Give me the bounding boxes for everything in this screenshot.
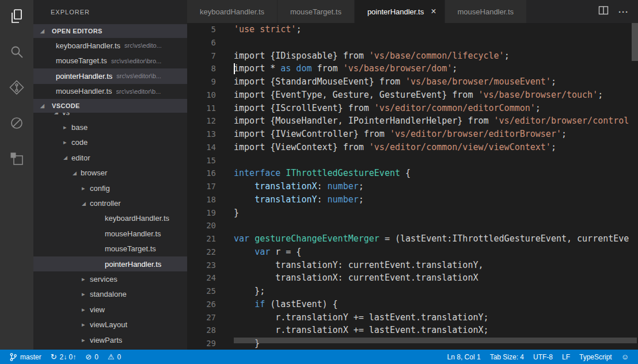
debug-icon[interactable] xyxy=(9,115,25,131)
open-editor-item-pointerhandler-ts[interactable]: pointerHandler.tssrc\vs\editor\b... xyxy=(33,68,187,84)
tree-item-pointerhandler-ts[interactable]: pointerHandler.ts xyxy=(33,256,187,271)
open-editor-filename: mouseHandler.ts xyxy=(56,87,112,95)
vertical-scrollbar[interactable] xyxy=(632,23,638,61)
code-text: } xyxy=(216,206,239,220)
code-line: 9import {StandardMouseEvent} from 'vs/ba… xyxy=(187,75,638,89)
git-branch-item[interactable]: master xyxy=(5,350,46,364)
code-text: if (lastEvent) { xyxy=(216,298,338,311)
tree-item-label: vs xyxy=(62,113,70,117)
extensions-icon[interactable] xyxy=(9,151,25,167)
language-mode-item[interactable]: TypeScript xyxy=(575,350,617,364)
code-text: import * as dom from 'vs/base/browser/do… xyxy=(216,62,457,75)
code-line: 22 var r = { xyxy=(187,246,638,259)
line-number: 12 xyxy=(187,114,216,128)
tree-item-standalone[interactable]: ▸standalone xyxy=(33,287,187,302)
tree-item-mousehandler-ts[interactable]: mouseHandler.ts xyxy=(33,226,187,241)
cursor-position-item[interactable]: Ln 8, Col 1 xyxy=(443,350,485,364)
code-token xyxy=(234,181,255,191)
chevron-expanded-icon: ◢ xyxy=(73,170,81,176)
tree-item-controller[interactable]: ◢controller xyxy=(33,196,187,210)
code-token: translationY xyxy=(255,194,317,205)
open-editors-header-label: OPEN EDITORS xyxy=(52,28,102,35)
code-token: IThrottledGestureEvent xyxy=(286,168,400,178)
tab-label: keyboardHandler.ts xyxy=(200,7,264,16)
tree-item-browser[interactable]: ◢browser xyxy=(33,166,187,181)
sidebar-explorer: EXPLORER ◢ OPEN EDITORS keyboardHandler.… xyxy=(33,0,187,350)
horizontal-scrollbar[interactable] xyxy=(234,338,637,343)
errors-icon: ⊘ xyxy=(85,353,92,361)
code-token: : xyxy=(317,194,328,205)
tree-item-viewlayout[interactable]: ▸viewLayout xyxy=(33,317,187,332)
line-number: 8 xyxy=(187,62,216,75)
tree-item-base[interactable]: ▸base xyxy=(33,120,187,135)
code-token: ; xyxy=(296,24,301,35)
git-sync-item[interactable]: ↻2↓ 0↑ xyxy=(46,350,81,364)
tab-pointerhandler-ts[interactable]: pointerHandler.ts× xyxy=(355,0,445,23)
tab-mousehandler-ts[interactable]: mouseHandler.ts xyxy=(445,0,527,23)
code-token: number xyxy=(328,194,359,205)
tree-item-code[interactable]: ▸code xyxy=(33,135,187,150)
code-token: 'vs/editor/common/view/viewContext' xyxy=(369,142,551,152)
code-token: var xyxy=(234,233,249,244)
code-token: import * xyxy=(234,63,280,74)
tree-item-label: mouseTarget.ts xyxy=(105,244,156,253)
open-editor-item-mousehandler-ts[interactable]: mouseHandler.tssrc\vs\editor\b... xyxy=(33,84,187,99)
tab-mousetarget-ts[interactable]: mouseTarget.ts xyxy=(278,0,355,23)
line-number: 7 xyxy=(187,49,216,63)
code-token: import {IViewController} from xyxy=(234,129,390,139)
chevron-collapsed-icon: ▸ xyxy=(82,336,90,344)
code-line: 17 translationX: number; xyxy=(187,180,638,193)
tab-label: mouseHandler.ts xyxy=(458,7,514,16)
vscode-section-header[interactable]: ◢ VSCODE xyxy=(33,99,187,113)
tree-item-viewparts[interactable]: ▸viewParts xyxy=(33,332,187,347)
code-text: import {StandardMouseEvent} from 'vs/bas… xyxy=(216,75,556,89)
more-actions-icon[interactable]: ··· xyxy=(618,7,629,17)
tree-item-label: mouseHandler.ts xyxy=(105,229,161,238)
chevron-collapsed-icon: ▸ xyxy=(82,185,90,192)
line-number: 28 xyxy=(187,324,216,337)
open-editor-item-keyboardhandler-ts[interactable]: keyboardHandler.tssrc\vs\edito... xyxy=(33,38,187,53)
code-token: number xyxy=(328,181,359,191)
open-editor-item-mousetarget-ts[interactable]: mouseTarget.tssrc\vs\editor\bro... xyxy=(33,53,187,69)
code-text: translationX: number; xyxy=(216,180,364,193)
code-editor[interactable]: 5'use strict';67import {IDisposable} fro… xyxy=(187,23,638,350)
code-line: 11import {IScrollEvent} from 'vs/editor/… xyxy=(187,102,638,115)
split-editor-icon[interactable] xyxy=(598,5,609,18)
code-text xyxy=(216,219,234,232)
code-line: 23 translationY: currentEvent.translatio… xyxy=(187,259,638,272)
code-token: from xyxy=(312,63,343,74)
search-icon[interactable] xyxy=(9,44,25,60)
line-number: 17 xyxy=(187,180,216,193)
errors-item[interactable]: ⊘0 xyxy=(81,350,103,364)
eol-item[interactable]: LF xyxy=(557,350,575,364)
sync-icon: ↻ xyxy=(51,353,57,361)
open-editor-path: src\vs\edito... xyxy=(124,42,162,49)
tree-item-vs[interactable]: ◢vs xyxy=(33,113,187,120)
chevron-collapsed-icon: ▸ xyxy=(82,306,90,313)
code-token: } xyxy=(234,208,239,218)
line-number: 21 xyxy=(187,232,216,246)
tree-item-mousetarget-ts[interactable]: mouseTarget.ts xyxy=(33,242,187,256)
tab-size-item[interactable]: Tab Size: 4 xyxy=(485,350,529,364)
source-control-icon[interactable] xyxy=(9,79,25,95)
open-editors-header[interactable]: ◢ OPEN EDITORS xyxy=(33,24,187,38)
tree-item-keyboardhandler-ts[interactable]: keyboardHandler.ts xyxy=(33,211,187,226)
status-text: 0 xyxy=(117,353,121,361)
encoding-item[interactable]: UTF-8 xyxy=(529,350,557,364)
code-line: 24 translationX: currentEvent.translatio… xyxy=(187,271,638,285)
tab-keyboardhandler-ts[interactable]: keyboardHandler.ts xyxy=(187,0,278,23)
tree-item-editor[interactable]: ◢editor xyxy=(33,150,187,165)
feedback-smiley[interactable]: ☺ xyxy=(617,350,633,364)
open-editor-path: src\vs\editor\b... xyxy=(116,88,161,95)
status-text: LF xyxy=(562,353,570,361)
warnings-item[interactable]: ⚠0 xyxy=(103,350,126,364)
tree-item-view[interactable]: ▸view xyxy=(33,302,187,317)
files-icon[interactable] xyxy=(9,8,25,24)
tree-item-config[interactable]: ▸config xyxy=(33,181,187,196)
code-text: interface IThrottledGestureEvent { xyxy=(216,167,411,180)
code-token: ; xyxy=(359,194,364,205)
line-number: 26 xyxy=(187,298,216,311)
tree-item-services[interactable]: ▸services xyxy=(33,271,187,286)
close-tab-icon[interactable]: × xyxy=(431,6,436,17)
chevron-collapsed-icon: ▸ xyxy=(82,321,90,328)
